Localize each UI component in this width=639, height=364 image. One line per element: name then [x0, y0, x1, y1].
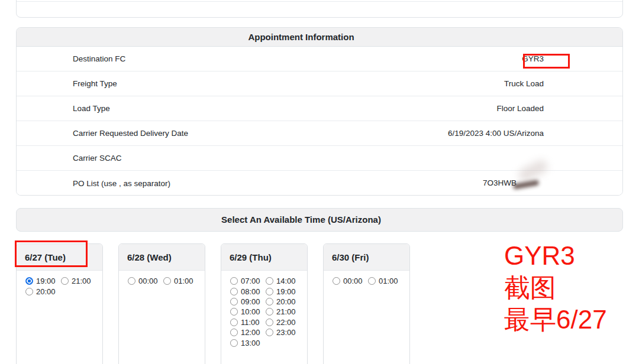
row-value-text: 6/19/2023 4:00 US/Arizona [448, 129, 544, 138]
day-card-times: 19:0020:0021:00 [17, 271, 102, 364]
time-option-6/29-09:00[interactable]: 09:00 [230, 297, 260, 307]
time-option-6/28-00:00[interactable]: 00:00 [128, 276, 158, 286]
time-option-6/29-22:00[interactable]: 22:00 [266, 317, 296, 327]
time-option-label: 20:00 [276, 297, 296, 306]
day-card-date: 6/30 (Fri) [324, 244, 409, 271]
time-option-label: 01:00 [174, 277, 193, 285]
row-value: GYR3 [522, 54, 544, 63]
time-option-6/29-11:00[interactable]: 11:00 [230, 317, 260, 327]
table-row: PO List (use , as separator) 7O3HWB [17, 171, 622, 196]
time-option-label: 08:00 [241, 287, 260, 296]
time-option-label: 21:00 [276, 307, 296, 316]
radio-icon[interactable] [230, 288, 238, 295]
time-option-6/28-01:00[interactable]: 01:00 [163, 276, 193, 286]
row-label: PO List (use , as separator) [73, 179, 170, 188]
row-value: 6/19/2023 4:00 US/Arizona [448, 129, 544, 138]
day-card-times: 00:0001:00 [119, 271, 205, 364]
day-card-times: 00:0001:00 [324, 271, 409, 364]
time-option-6/29-07:00[interactable]: 07:00 [230, 276, 260, 286]
table-row: Freight Type Truck Load [17, 72, 622, 96]
day-card: 6/29 (Thu) 07:0008:0009:0010:0011:0012:0… [221, 243, 308, 364]
table-row: Carrier Requested Delivery Date 6/19/202… [17, 121, 622, 146]
radio-icon[interactable] [230, 308, 238, 316]
appointment-info-title: Appointment Information [17, 28, 622, 47]
time-column: 21:00 [61, 276, 91, 286]
time-option-6/29-20:00[interactable]: 20:00 [266, 297, 296, 307]
radio-icon[interactable] [266, 277, 273, 285]
time-option-label: 14:00 [276, 277, 296, 285]
row-value: Truck Load [504, 79, 544, 88]
day-card: 6/27 (Tue) 19:0020:0021:00 [16, 243, 103, 364]
appointment-table-body: Destination FC GYR3 Freight Type Truck L… [17, 47, 622, 196]
appointment-info-card: Appointment Information Destination FC G… [16, 27, 623, 196]
time-option-6/30-00:00[interactable]: 00:00 [333, 276, 363, 286]
previous-card-bottom [16, 0, 623, 18]
radio-icon[interactable] [230, 318, 238, 326]
row-divider [17, 1, 622, 2]
time-option-label: 23:00 [276, 328, 296, 337]
day-card: 6/28 (Wed) 00:0001:00 [118, 243, 205, 364]
time-option-label: 21:00 [72, 277, 91, 285]
row-label: Carrier SCAC [73, 154, 122, 162]
time-option-6/29-12:00[interactable]: 12:00 [230, 327, 260, 337]
time-option-6/30-01:00[interactable]: 01:00 [368, 276, 398, 286]
row-value: Floor Loaded [496, 104, 544, 113]
time-option-label: 00:00 [343, 277, 363, 285]
time-option-label: 00:00 [138, 277, 158, 285]
time-option-6/29-21:00[interactable]: 21:00 [266, 307, 296, 317]
radio-icon[interactable] [266, 288, 273, 295]
time-option-label: 19:00 [276, 287, 296, 296]
radio-icon[interactable] [230, 298, 238, 306]
time-option-6/29-14:00[interactable]: 14:00 [266, 276, 296, 286]
radio-icon[interactable] [266, 308, 273, 316]
row-label: Load Type [73, 104, 110, 113]
time-column: 01:00 [163, 276, 193, 286]
time-option-6/27-21:00[interactable]: 21:00 [61, 276, 91, 286]
radio-icon[interactable] [230, 339, 238, 347]
select-time-header: Select An Available Time (US/Arizona) [16, 208, 623, 232]
radio-icon[interactable] [61, 277, 69, 285]
radio-icon[interactable] [163, 277, 171, 285]
time-column: 00:00 [128, 276, 158, 286]
radio-icon[interactable] [25, 288, 33, 295]
radio-icon[interactable] [266, 298, 273, 306]
time-option-6/27-20:00[interactable]: 20:00 [25, 286, 56, 296]
time-column: 00:00 [333, 276, 363, 286]
radio-icon[interactable] [230, 329, 238, 336]
time-option-label: 10:00 [241, 307, 260, 316]
time-option-label: 22:00 [276, 318, 296, 327]
row-value-text: Floor Loaded [496, 104, 544, 113]
row-label: Destination FC [73, 54, 125, 63]
annotation-line: GYR3 [504, 240, 607, 272]
radio-icon[interactable] [128, 277, 135, 285]
time-column: 01:00 [368, 276, 398, 286]
radio-icon[interactable] [266, 318, 273, 326]
time-column: 07:0008:0009:0010:0011:0012:0013:00 [230, 276, 260, 348]
red-annotation-note: GYR3 截图 最早6/27 [504, 240, 607, 336]
annotation-line: 截图 [504, 272, 607, 304]
table-row: Destination FC GYR3 [17, 47, 622, 72]
time-option-label: 19:00 [36, 277, 56, 285]
time-option-6/29-23:00[interactable]: 23:00 [266, 327, 296, 337]
time-option-label: 11:00 [241, 318, 260, 327]
time-option-label: 07:00 [241, 277, 260, 285]
time-option-6/27-19:00[interactable]: 19:00 [25, 276, 56, 286]
time-option-label: 13:00 [241, 339, 260, 347]
day-card-date: 6/27 (Tue) [17, 244, 102, 271]
time-option-label: 12:00 [241, 328, 260, 337]
radio-icon[interactable] [230, 277, 238, 285]
radio-icon[interactable] [25, 277, 33, 285]
time-option-label: 09:00 [241, 297, 260, 306]
time-option-label: 01:00 [379, 277, 398, 285]
redaction-smudge [517, 180, 544, 188]
time-option-6/29-13:00[interactable]: 13:00 [230, 337, 260, 347]
time-option-6/29-19:00[interactable]: 19:00 [266, 286, 296, 296]
radio-icon[interactable] [333, 277, 340, 285]
radio-icon[interactable] [266, 329, 273, 336]
time-option-6/29-08:00[interactable]: 08:00 [230, 286, 260, 296]
time-column: 19:0020:00 [25, 276, 56, 297]
row-label: Freight Type [73, 79, 117, 88]
radio-icon[interactable] [368, 277, 376, 285]
time-column: 14:0019:0020:0021:0022:0023:00 [266, 276, 296, 337]
time-option-6/29-10:00[interactable]: 10:00 [230, 307, 260, 317]
